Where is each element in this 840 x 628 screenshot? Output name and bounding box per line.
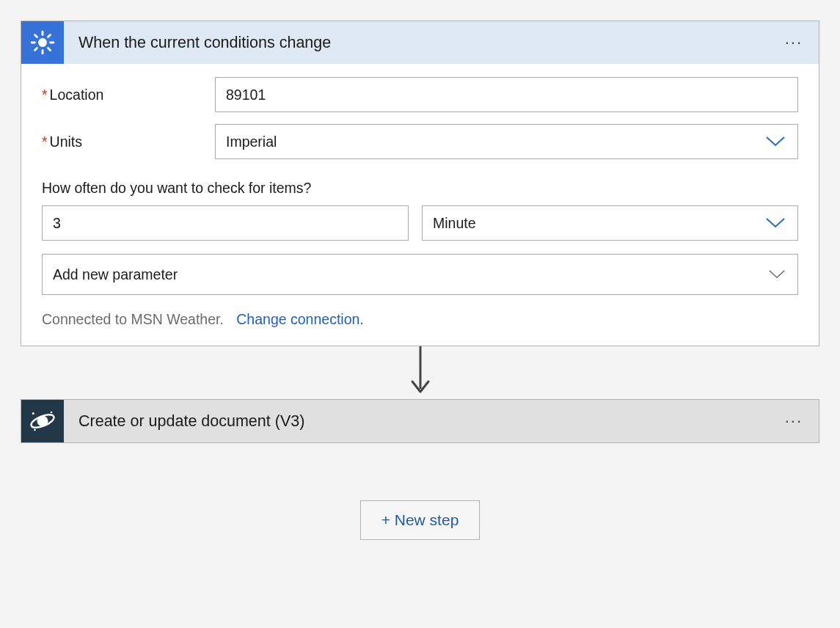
polling-row: Minute [42, 205, 798, 241]
action-title: Create or update document (V3) [78, 412, 304, 431]
action-menu-icon[interactable]: ··· [785, 412, 803, 431]
add-parameter-label: Add new parameter [53, 266, 178, 283]
add-parameter-select[interactable]: Add new parameter [42, 254, 798, 295]
units-value: Imperial [226, 134, 277, 150]
new-step-button[interactable]: + New step [360, 500, 481, 540]
svg-line-5 [35, 35, 37, 37]
units-select[interactable]: Imperial [215, 124, 798, 159]
trigger-title: When the current conditions change [78, 34, 331, 52]
units-row: *Units Imperial [42, 124, 798, 159]
trigger-header[interactable]: When the current conditions change ··· [21, 21, 819, 64]
change-connection-link[interactable]: Change connection. [236, 311, 363, 327]
action-card: Create or update document (V3) ··· [21, 399, 819, 443]
svg-line-6 [48, 48, 51, 51]
svg-point-14 [34, 429, 36, 431]
chevron-down-icon [765, 216, 786, 230]
svg-point-0 [38, 38, 47, 47]
new-step-wrap: + New step [21, 500, 819, 540]
chevron-down-icon [765, 135, 786, 148]
svg-point-12 [32, 412, 34, 415]
flow-arrow [21, 346, 819, 399]
location-label: *Location [42, 87, 215, 103]
cosmos-icon [21, 400, 64, 442]
frequency-select[interactable]: Minute [422, 205, 798, 241]
svg-point-13 [51, 412, 53, 414]
polling-label: How often do you want to check for items… [42, 180, 798, 197]
trigger-menu-icon[interactable]: ··· [785, 33, 803, 52]
trigger-body: *Location *Units Imperial How often do y… [21, 64, 819, 346]
connection-row: Connected to MSN Weather. Change connect… [42, 311, 798, 328]
chevron-down-icon [768, 269, 786, 280]
units-label: *Units [42, 134, 215, 150]
trigger-card: When the current conditions change ··· *… [21, 21, 819, 346]
interval-input[interactable] [42, 205, 409, 241]
sun-icon [21, 21, 64, 64]
location-input[interactable] [215, 77, 798, 112]
svg-line-7 [35, 48, 37, 51]
svg-line-8 [48, 35, 51, 37]
connection-text: Connected to MSN Weather. [42, 311, 224, 327]
location-row: *Location [42, 77, 798, 112]
frequency-value: Minute [433, 215, 476, 232]
action-header[interactable]: Create or update document (V3) ··· [21, 400, 819, 442]
